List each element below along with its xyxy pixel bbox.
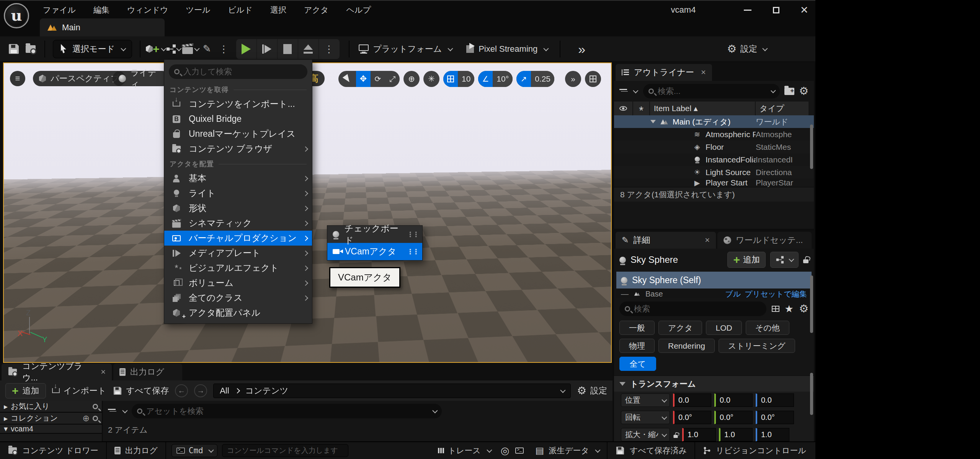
menu-item-quixel-bridge[interactable]: B Quixel Bridge [164,111,312,126]
menu-item-lights[interactable]: ライト [164,186,312,201]
cmd-dropdown[interactable]: Cmd [172,444,217,457]
trace-dropdown[interactable]: トレース [430,442,498,459]
save-all-button[interactable]: すべて保存 [113,385,169,397]
add-collection-icon[interactable]: ⊕ [83,413,90,423]
viewport-options-button[interactable]: ≡ [10,71,25,86]
filter-lod[interactable]: LOD [706,321,742,335]
search-icon[interactable] [93,416,98,421]
world-coords-button[interactable]: ⊕ [403,71,420,87]
chevron-down-icon[interactable] [560,387,565,393]
level-tab-main[interactable]: Main [40,18,165,36]
menu-item-content-browser[interactable]: コンテンツ ブラウザ [164,141,312,156]
pin-column-header[interactable]: * [633,102,649,115]
type-column-header[interactable]: タイプ [756,102,808,115]
filter-misc[interactable]: その他 [746,321,789,335]
details-search-input[interactable] [634,304,761,313]
grid-snap-value[interactable]: 10 [458,71,474,87]
view-mode-dropdown[interactable]: ライティ [113,71,170,86]
menu-item-media-plate[interactable]: メディアプレート [164,246,312,261]
drag-handle-icon[interactable]: ⋮⋮ [407,230,418,239]
menu-item-import-content[interactable]: コンテンツをインポート... [164,97,312,111]
blueprint-dropdown-button[interactable] [770,252,799,268]
import-button[interactable]: インポート [52,385,106,397]
outliner-scrollbar[interactable] [810,125,813,169]
rotation-snap-value[interactable]: 10° [493,71,513,87]
favorites-star-icon[interactable]: ★ [785,304,794,314]
outliner-row-player-start[interactable]: ▶Player Start PlayerStar [614,179,814,187]
location-x-field[interactable]: 0.0 [673,393,711,407]
rotation-x-field[interactable]: 0.0° [673,411,711,424]
location-z-field[interactable]: 0.0 [756,393,794,407]
chevron-down-icon[interactable] [122,408,127,413]
save-status-button[interactable]: すべて保存済み [608,442,694,459]
menu-item-marketplace[interactable]: Unrealマーケットプレイス [164,126,312,141]
quick-add-search-input[interactable] [183,67,302,76]
outliner-row-floor[interactable]: ◈Floor StaticMes [614,141,814,153]
display-grid-icon[interactable] [772,306,779,312]
rotation-y-field[interactable]: 0.0° [714,411,753,424]
gear-icon[interactable]: ⚙ [799,303,808,314]
menu-item-visual-effects[interactable]: * ビジュアルエフェクト [164,261,312,275]
location-y-field[interactable]: 0.0 [714,393,753,407]
menu-actor[interactable]: アクタ [304,5,328,15]
menu-item-all-classes[interactable]: 全てのクラス [164,290,312,305]
rotation-snap-toggle[interactable]: ∠ [478,71,493,87]
outliner-search-input[interactable] [658,87,766,96]
perspective-dropdown[interactable]: パースペクティブ [33,71,126,86]
search-icon[interactable] [93,404,98,409]
outliner-search[interactable] [643,84,780,98]
submenu-item-vcam-actor[interactable]: VCamアクタ ⋮⋮ [327,243,422,260]
maximize-button[interactable] [770,4,782,16]
play-button[interactable] [236,39,257,59]
quick-add-button[interactable]: + [146,40,165,58]
scale-x-field[interactable]: 1.0 [682,428,716,441]
close-tab-icon[interactable]: × [101,367,106,377]
frame-skip-button[interactable] [257,39,278,59]
content-drawer-button[interactable]: コンテンツ ドロワー [0,442,106,459]
camera-speed-button[interactable] [585,71,601,87]
revision-control-button[interactable]: リビジョンコントロール [695,442,815,459]
edit-preset-link[interactable]: プリセットで編集 [745,289,807,298]
target-icon[interactable]: ◎ [498,442,512,459]
select-tool-button[interactable] [338,71,356,87]
toolbar-expand-button[interactable]: » [575,43,588,56]
rotation-z-field[interactable]: 0.0° [756,411,794,424]
tab-world-settings[interactable]: ワールドセッテ... [717,232,812,249]
menu-item-virtual-production[interactable]: バーチャルプロダクション [164,231,312,246]
close-tab-icon[interactable]: × [705,235,710,245]
platforms-dropdown[interactable]: プラットフォーム [355,40,456,58]
grid-snap-toggle[interactable] [443,71,458,87]
derived-data-dropdown[interactable]: ▤ 派生データ [528,442,607,459]
rotate-tool-button[interactable]: ⟳ [371,71,385,87]
item-label-column-header[interactable]: Item Label ▴ [650,102,755,115]
add-asset-button[interactable]: + 追加 [5,383,46,398]
scale-dropdown[interactable]: 拡大・縮小 [621,428,670,441]
visibility-column-header[interactable] [614,102,632,115]
cinematics-button[interactable] [182,40,199,58]
tab-details[interactable]: ✎ 詳細 × [616,232,716,249]
details-scrollbar[interactable] [810,275,813,333]
breadcrumb-current[interactable]: コンテンツ [245,385,289,397]
tab-outliner[interactable]: アウトライナー × [616,64,712,81]
new-folder-icon[interactable] [784,88,794,95]
component-row-base[interactable]: — Base ブル プリセットで編集 [616,289,812,298]
menu-item-place-actor-panel[interactable]: アクタ配置パネル [164,305,312,320]
filter-streaming[interactable]: ストリーミング [719,339,795,353]
scale-z-field[interactable]: 1.0 [756,428,789,441]
save-level-button[interactable] [5,40,22,58]
add-component-button[interactable]: + 追加 [727,252,766,268]
submenu-item-checkboard[interactable]: チェックボード ⋮⋮ [327,226,422,243]
eject-button[interactable] [298,39,319,59]
pixel-streaming-dropdown[interactable]: Pixel Streaming [462,40,551,58]
filter-actor[interactable]: アクタ [658,321,702,335]
scale-lock-icon[interactable] [673,435,678,438]
menu-window[interactable]: ウィンドウ [127,5,168,15]
project-folder-item[interactable]: ▾ vcam4 [0,425,102,434]
gear-icon[interactable]: ⚙ [799,86,808,97]
breadcrumb-root[interactable]: All [220,386,229,396]
screenshot-icon[interactable] [511,442,528,459]
filter-rendering[interactable]: Rendering [658,339,715,353]
menu-item-cinematics[interactable]: シネマティック [164,216,312,231]
move-tool-button[interactable]: ✥ [356,71,371,87]
favorites-item[interactable]: ▸ お気に入り [0,401,102,413]
